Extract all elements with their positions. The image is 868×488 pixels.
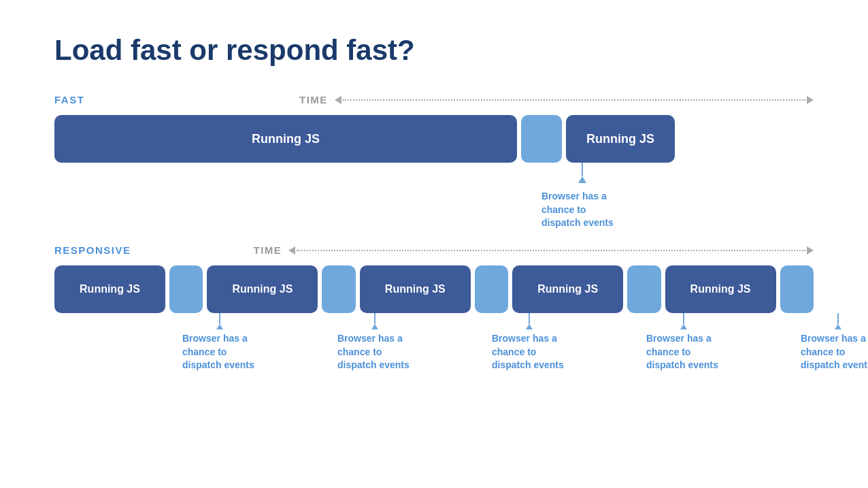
responsive-header: RESPONSIVE TIME [54,244,814,256]
fast-dotted-line [343,99,805,101]
fast-annotation: Browser has a chance to dispatch events [541,163,623,230]
fast-section: FAST TIME Running JS Running JS Browser … [54,94,814,224]
resp-dotted-line [297,250,805,251]
fast-bars-row: Running JS Running JS [54,115,814,163]
fast-annotation-area: Browser has a chance to dispatch events [54,163,814,224]
resp-annotation-2: Browser has a chance to dispatch events [337,313,412,372]
responsive-time-label: TIME [254,244,282,256]
resp-bar-dark-4: Running JS [512,265,623,313]
resp-ann-text-1: Browser has a chance to dispatch events [182,332,257,372]
resp-bar-light-3 [475,265,508,313]
resp-annotation-3: Browser has a chance to dispatch events [492,313,567,372]
resp-bar-light-4 [627,265,661,313]
responsive-label: RESPONSIVE [54,244,131,256]
resp-arrow-left [288,246,295,255]
resp-bar-dark-1: Running JS [54,265,165,313]
fast-arrow-left [335,96,341,104]
fast-label: FAST [54,94,122,105]
fast-bar-light [521,115,562,163]
fast-header: FAST TIME [54,94,814,105]
resp-ann-text-5: Browser has a chance to dispatch events [801,332,868,372]
resp-bar-light-5 [780,265,814,313]
fast-arrow-right [807,96,814,104]
page-title: Load fast or respond fast? [54,34,814,67]
resp-bar-dark-5: Running JS [665,265,776,313]
resp-bar-dark-3: Running JS [360,265,471,313]
resp-arrow-right [807,246,814,255]
responsive-annotations-row: Browser has a chance to dispatch events … [54,313,814,381]
resp-ann-text-2: Browser has a chance to dispatch events [337,332,412,372]
fast-ann-line [582,163,583,176]
responsive-section: RESPONSIVE TIME Running JS Running JS Ru… [54,244,814,381]
fast-bar-2: Running JS [566,115,675,163]
resp-bar-light-2 [322,265,355,313]
fast-ann-text: Browser has a chance to dispatch events [541,190,623,230]
resp-annotation-1: Browser has a chance to dispatch events [182,313,257,372]
fast-ann-arrowhead [578,176,586,183]
resp-ann-text-4: Browser has a chance to dispatch events [646,332,721,372]
resp-bar-dark-2: Running JS [207,265,318,313]
fast-bar-1: Running JS [54,115,517,163]
resp-bar-light-1 [169,265,203,313]
responsive-bars-row: Running JS Running JS Running JS Running… [54,265,814,313]
resp-annotation-5: Browser has a chance to dispatch events [801,313,868,372]
resp-ann-text-3: Browser has a chance to dispatch events [492,332,567,372]
resp-annotation-4: Browser has a chance to dispatch events [646,313,721,372]
fast-time-label: TIME [299,94,328,105]
